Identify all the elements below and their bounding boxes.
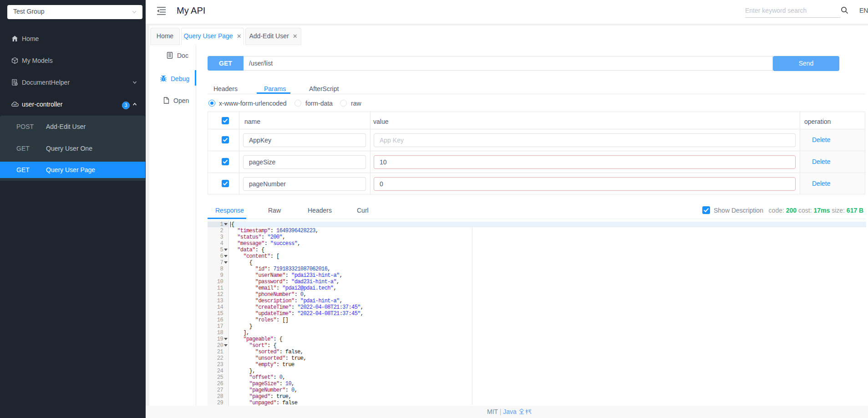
svg-text:API: API: [14, 104, 17, 106]
